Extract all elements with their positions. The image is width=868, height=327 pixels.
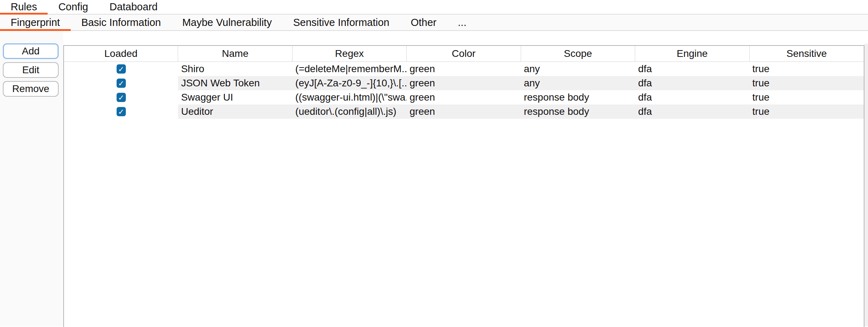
tab-rules[interactable]: Rules	[0, 0, 48, 14]
column-header-loaded[interactable]: Loaded	[64, 46, 178, 61]
tab-basic-information[interactable]: Basic Information	[71, 15, 172, 30]
cell-color: green	[407, 62, 521, 76]
tab-sensitive-information-label: Sensitive Information	[293, 17, 390, 28]
tab-fingerprint-label: Fingerprint	[11, 17, 60, 28]
cell-loaded	[64, 62, 178, 76]
cell-regex: (=deleteMe|rememberM...	[293, 62, 407, 76]
column-header-scope[interactable]: Scope	[521, 46, 635, 61]
cell-color: green	[407, 76, 521, 90]
cell-name: Swagger UI	[178, 90, 292, 104]
remove-button[interactable]: Remove	[3, 81, 59, 97]
loaded-checkbox[interactable]	[117, 64, 126, 74]
column-header-regex[interactable]: Regex	[293, 46, 407, 61]
cell-sensitive: true	[750, 90, 864, 104]
tab-databoard-label: Databoard	[109, 1, 157, 13]
cell-engine: dfa	[635, 62, 749, 76]
tab-basic-information-label: Basic Information	[81, 17, 161, 28]
cell-sensitive: true	[750, 104, 864, 119]
cell-engine: dfa	[635, 104, 749, 119]
table-row[interactable]: Shiro (=deleteMe|rememberM... green any …	[64, 62, 864, 76]
tab-other-label: Other	[411, 17, 436, 28]
cell-color: green	[407, 104, 521, 119]
column-header-engine[interactable]: Engine	[635, 46, 749, 61]
right-edge-strip	[864, 44, 868, 326]
tab-overflow-label: ...	[458, 17, 466, 28]
cell-regex: (eyJ[A-Za-z0-9_-]{10,}\.[...	[293, 76, 407, 90]
cell-name: JSON Web Token	[178, 76, 292, 90]
table-row[interactable]: Ueditor (ueditor\.(config|all)\.js) gree…	[64, 104, 864, 119]
edit-button[interactable]: Edit	[3, 62, 59, 78]
tab-other[interactable]: Other	[400, 15, 447, 30]
column-header-color[interactable]: Color	[407, 46, 521, 61]
tab-fingerprint[interactable]: Fingerprint	[0, 15, 71, 30]
table-header-row: Loaded Name Regex Color Scope Engine Sen…	[64, 46, 864, 62]
tab-rules-label: Rules	[11, 1, 37, 13]
column-header-name[interactable]: Name	[178, 46, 292, 61]
cell-regex: ((swagger-ui.html)|(\"swa...	[293, 90, 407, 104]
secondary-tab-bar: Fingerprint Basic Information Maybe Vuln…	[0, 15, 868, 31]
table-row[interactable]: Swagger UI ((swagger-ui.html)|(\"swa... …	[64, 90, 864, 104]
table-row[interactable]: JSON Web Token (eyJ[A-Za-z0-9_-]{10,}\.[…	[64, 76, 864, 90]
cell-scope: response body	[521, 90, 635, 104]
fingerprint-rules-table: Loaded Name Regex Color Scope Engine Sen…	[63, 45, 864, 327]
primary-tab-bar: Rules Config Databoard	[0, 0, 868, 15]
cell-sensitive: true	[750, 62, 864, 76]
tab-overflow[interactable]: ...	[447, 15, 477, 30]
cell-color: green	[407, 90, 521, 104]
column-header-sensitive[interactable]: Sensitive	[750, 46, 864, 61]
cell-regex: (ueditor\.(config|all)\.js)	[293, 104, 407, 119]
cell-loaded	[64, 90, 178, 104]
tab-maybe-vulnerability-label: Maybe Vulnerability	[182, 17, 272, 28]
cell-scope: any	[521, 62, 635, 76]
cell-loaded	[64, 104, 178, 119]
loaded-checkbox[interactable]	[117, 93, 126, 102]
cell-engine: dfa	[635, 76, 749, 90]
tab-config-label: Config	[58, 1, 88, 13]
cell-engine: dfa	[635, 90, 749, 104]
add-button[interactable]: Add	[3, 43, 59, 59]
tab-maybe-vulnerability[interactable]: Maybe Vulnerability	[172, 15, 283, 30]
tab-config[interactable]: Config	[48, 0, 99, 14]
tab-databoard[interactable]: Databoard	[99, 0, 168, 14]
cell-name: Ueditor	[178, 104, 292, 119]
rules-fingerprint-panel: Add Edit Remove Loaded Name Regex Color …	[0, 31, 868, 326]
cell-loaded	[64, 76, 178, 90]
cell-scope: any	[521, 76, 635, 90]
cell-sensitive: true	[750, 76, 864, 90]
table-area: Loaded Name Regex Color Scope Engine Sen…	[63, 31, 868, 326]
table-body: Shiro (=deleteMe|rememberM... green any …	[64, 62, 864, 119]
cell-scope: response body	[521, 104, 635, 119]
sidebar: Add Edit Remove	[0, 31, 63, 326]
loaded-checkbox[interactable]	[117, 107, 126, 116]
cell-name: Shiro	[178, 62, 292, 76]
loaded-checkbox[interactable]	[117, 79, 126, 88]
tab-sensitive-information[interactable]: Sensitive Information	[283, 15, 400, 30]
